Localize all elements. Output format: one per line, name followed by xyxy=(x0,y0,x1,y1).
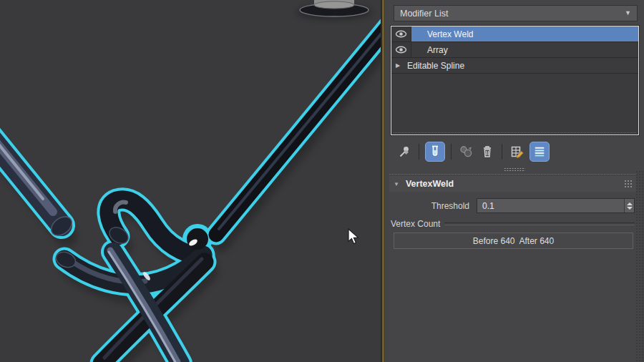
remove-modifier-button[interactable] xyxy=(479,142,496,161)
tube-shadows xyxy=(0,25,381,362)
panel-splitter[interactable] xyxy=(385,166,644,172)
group-rule xyxy=(444,222,635,225)
test-tube-icon xyxy=(428,145,442,159)
threshold-value[interactable]: 0.1 xyxy=(477,199,624,212)
scene-3d xyxy=(0,0,381,362)
arrow-cursor-icon xyxy=(348,229,358,244)
trash-icon xyxy=(480,145,494,159)
threshold-label: Threshold xyxy=(389,201,477,211)
threshold-row: Threshold 0.1 xyxy=(389,198,636,213)
stack-toolbar xyxy=(394,140,552,163)
threshold-spinner[interactable] xyxy=(624,199,634,212)
command-panel: Modifier List ▼ Vertex Weld Array ▶ Edit… xyxy=(384,0,644,362)
viewport[interactable] xyxy=(0,0,381,362)
modifier-list-dropdown[interactable]: Modifier List ▼ xyxy=(394,5,638,21)
3dsmax-window: Modifier List ▼ Vertex Weld Array ▶ Edit… xyxy=(0,0,644,362)
vertex-count-readout: Before 640 After 640 xyxy=(394,233,633,249)
modifier-list-label: Modifier List xyxy=(400,9,448,19)
toolbar-separator xyxy=(451,144,452,160)
stack-row-label: Vertex Weld xyxy=(411,26,638,41)
stack-row-label: Array xyxy=(411,42,638,57)
toolbar-separator xyxy=(502,144,502,160)
make-unique-button[interactable] xyxy=(457,142,474,161)
vertex-count-text: Before 640 After 640 xyxy=(473,236,554,246)
toolbar-separator xyxy=(419,144,419,160)
rollout-header[interactable]: ▼ VertexWeld xyxy=(389,176,636,192)
scroll-gutter[interactable] xyxy=(635,170,644,362)
pin-stack-button[interactable] xyxy=(396,142,413,161)
triangle-down-icon: ▼ xyxy=(394,181,399,187)
selection-outline xyxy=(0,14,381,362)
rollout-title: VertexWeld xyxy=(406,179,454,189)
vertexweld-rollout: ▼ VertexWeld Threshold 0.1 xyxy=(389,174,636,249)
eye-icon[interactable] xyxy=(391,42,411,57)
vertex-count-label: Vertex Count xyxy=(391,219,440,229)
vertex-count-group: Vertex Count xyxy=(389,219,636,229)
stack-row-array[interactable]: Array xyxy=(391,42,638,58)
linked-spheres-icon xyxy=(458,144,474,160)
eye-icon[interactable] xyxy=(391,26,411,41)
cylinder-object xyxy=(296,0,372,19)
stack-row-label: Editable Spline xyxy=(404,58,638,73)
stack-row-editable-spline[interactable]: ▶ Editable Spline xyxy=(391,58,638,74)
chevron-down-icon: ▼ xyxy=(625,10,631,16)
triangle-right-icon[interactable]: ▶ xyxy=(391,58,404,73)
grid-pencil-icon xyxy=(509,145,525,160)
stack-row-vertex-weld[interactable]: Vertex Weld xyxy=(391,26,638,42)
stack-bottom-dots xyxy=(394,132,636,133)
pushpin-icon xyxy=(397,145,411,159)
modifier-stack: Vertex Weld Array ▶ Editable Spline xyxy=(391,26,639,135)
list-lines-icon xyxy=(532,145,547,159)
modifier-sets-list-button[interactable] xyxy=(530,142,550,162)
spline-tubes xyxy=(0,14,381,362)
splitter-grip-icon[interactable] xyxy=(504,167,525,172)
configure-modifier-sets-button[interactable] xyxy=(508,142,525,161)
threshold-field[interactable]: 0.1 xyxy=(477,198,635,213)
spinner-up-icon[interactable] xyxy=(627,202,633,205)
spinner-down-icon[interactable] xyxy=(627,207,633,210)
show-end-result-button[interactable] xyxy=(425,142,445,162)
grid-handle-icon[interactable] xyxy=(625,180,632,187)
